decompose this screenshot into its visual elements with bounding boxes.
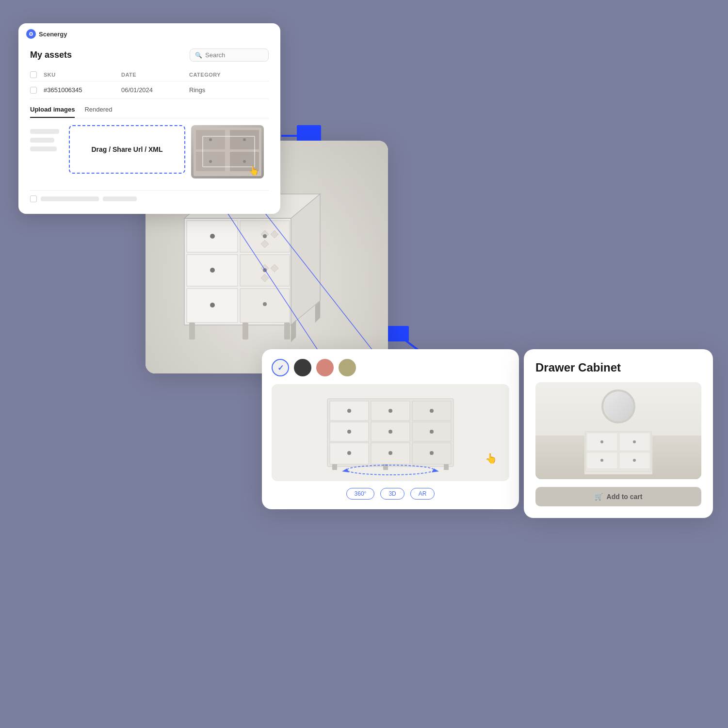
svg-point-47 — [347, 430, 351, 434]
tab-rendered[interactable]: Rendered — [84, 106, 112, 118]
cart-icon: 🛒 — [595, 493, 603, 501]
page-title: My assets — [30, 50, 72, 60]
product-360-viewer[interactable]: 👆 — [272, 384, 509, 481]
row-checkbox[interactable] — [30, 87, 37, 94]
table-row[interactable]: #3651006345 06/01/2024 Rings — [30, 81, 269, 99]
tabs-row: Upload images Rendered — [30, 106, 269, 118]
svg-rect-13 — [386, 326, 409, 341]
swatch-white[interactable]: ✓ — [272, 359, 289, 376]
cursor-viewer-icon: 👆 — [485, 453, 497, 464]
color-swatches: ✓ — [272, 359, 509, 376]
svg-point-9 — [243, 160, 246, 163]
svg-point-32 — [263, 234, 267, 238]
svg-rect-37 — [284, 323, 290, 340]
logo-icon — [26, 29, 36, 39]
logo-text: Scenergy — [39, 31, 67, 38]
svg-point-59 — [430, 430, 434, 434]
footer-checkbox[interactable] — [30, 195, 37, 202]
swatch-dark[interactable] — [294, 359, 311, 376]
svg-point-48 — [347, 451, 351, 455]
add-to-cart-button[interactable]: 🛒 Add to cart — [535, 487, 701, 506]
footer-placeholder-1 — [41, 196, 99, 201]
svg-rect-12 — [297, 125, 321, 142]
select-all-checkbox[interactable] — [30, 71, 37, 78]
svg-point-74 — [600, 459, 603, 462]
tab-upload-images[interactable]: Upload images — [30, 106, 75, 118]
svg-point-54 — [388, 451, 392, 455]
table-footer-row — [30, 190, 269, 202]
placeholder-lines — [30, 125, 63, 183]
svg-rect-63 — [444, 464, 449, 470]
placeholder-line-1 — [30, 129, 59, 134]
drop-zone[interactable]: Drag / Share Url / XML — [69, 125, 185, 174]
product-cabinet-svg — [323, 394, 458, 471]
col-category: CATEGORY — [189, 72, 269, 78]
svg-point-72 — [600, 440, 603, 443]
cursor-icon: 👆 — [248, 165, 259, 176]
svg-point-60 — [430, 451, 434, 455]
svg-point-52 — [388, 409, 392, 413]
btn-360[interactable]: 360° — [346, 488, 375, 500]
cell-sku: #3651006345 — [44, 86, 121, 94]
cell-category: Rings — [189, 86, 269, 94]
svg-point-20 — [210, 234, 215, 239]
svg-point-46 — [347, 409, 351, 413]
svg-point-75 — [633, 459, 636, 462]
drop-text: Drag / Share Url / XML — [91, 146, 162, 153]
search-box[interactable]: 🔍 — [190, 49, 269, 62]
svg-point-7 — [243, 138, 246, 141]
room-dresser-svg — [584, 431, 652, 474]
svg-point-6 — [209, 138, 212, 141]
room-mirror — [601, 389, 635, 423]
cell-date: 06/01/2024 — [121, 86, 189, 94]
room-dresser — [584, 431, 652, 474]
swatch-rose[interactable] — [316, 359, 334, 376]
svg-point-73 — [633, 440, 636, 443]
swatch-olive[interactable] — [339, 359, 356, 376]
svg-point-8 — [209, 160, 212, 163]
svg-point-21 — [210, 268, 215, 273]
col-date: DATE — [121, 72, 189, 78]
svg-point-64 — [347, 465, 434, 475]
rotation-arc-svg — [342, 463, 439, 477]
product-name: Drawer Cabinet — [535, 361, 701, 374]
table-header: SKU DATE CATEGORY — [30, 68, 269, 81]
search-icon: 🔍 — [195, 52, 202, 59]
col-sku: SKU — [44, 72, 121, 78]
svg-point-53 — [388, 430, 392, 434]
product-room-image — [535, 382, 701, 479]
view-modes-row: 360° 3D AR — [272, 488, 509, 500]
svg-rect-2 — [196, 130, 225, 149]
svg-rect-4 — [196, 152, 225, 171]
svg-rect-35 — [189, 323, 195, 340]
upload-area: Drag / Share Url / XML 👆 — [30, 125, 269, 183]
svg-rect-36 — [243, 323, 248, 340]
assets-top-bar: My assets 🔍 — [30, 49, 269, 62]
add-to-cart-label: Add to cart — [607, 493, 643, 501]
logo-area: Scenergy — [26, 29, 67, 39]
svg-point-34 — [263, 302, 267, 306]
uploaded-image: 👆 — [191, 125, 264, 178]
svg-rect-61 — [332, 464, 337, 470]
product-viewer-panel: ✓ — [262, 349, 519, 509]
room-scene — [535, 382, 701, 479]
svg-rect-3 — [230, 130, 259, 149]
footer-placeholder-2 — [103, 196, 137, 201]
product-info-panel: Drawer Cabinet — [524, 349, 713, 518]
check-icon: ✓ — [277, 363, 284, 372]
btn-ar[interactable]: AR — [410, 488, 435, 500]
placeholder-line-3 — [30, 146, 57, 151]
placeholder-line-2 — [30, 138, 54, 143]
svg-point-22 — [210, 303, 215, 307]
assets-panel: Scenergy My assets 🔍 SKU DATE CATEGORY #… — [18, 23, 280, 214]
btn-3d[interactable]: 3D — [380, 488, 404, 500]
svg-point-58 — [430, 409, 434, 413]
search-input[interactable] — [205, 51, 263, 59]
